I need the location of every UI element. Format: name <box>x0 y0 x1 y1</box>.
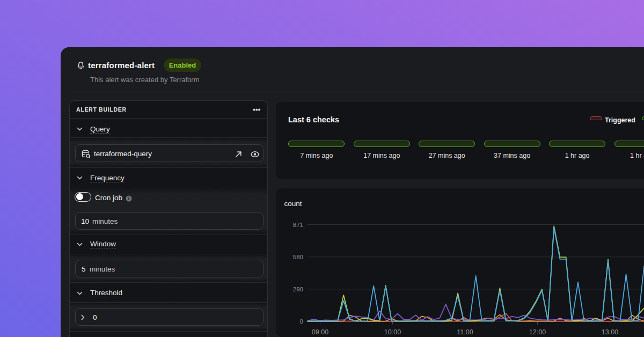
svg-text:12:00: 12:00 <box>529 328 546 336</box>
svg-text:10:00: 10:00 <box>384 328 401 336</box>
svg-text:09:00: 09:00 <box>312 328 328 336</box>
svg-text:580: 580 <box>293 254 303 260</box>
svg-text:871: 871 <box>293 222 303 228</box>
svg-text:11:00: 11:00 <box>457 328 473 336</box>
svg-text:290: 290 <box>293 286 303 292</box>
svg-text:count: count <box>284 200 302 208</box>
svg-text:13:00: 13:00 <box>602 328 618 336</box>
svg-text:0: 0 <box>300 318 303 325</box>
